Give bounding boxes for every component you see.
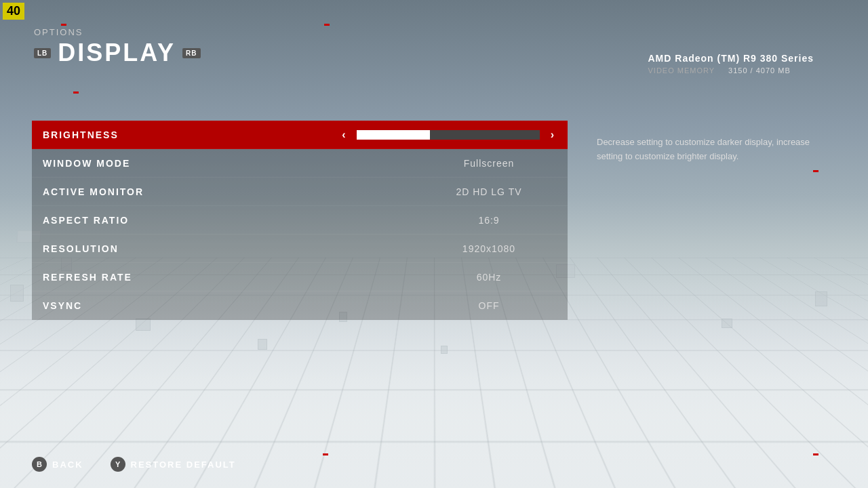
setting-label: RESOLUTION xyxy=(43,243,421,254)
restore-icon: Y xyxy=(111,457,125,472)
gpu-memory-row: VIDEO MEMORY 3150 / 4070 MB xyxy=(648,66,814,75)
setting-label: VSYNC xyxy=(43,300,421,311)
brightness-slider-fill xyxy=(357,130,430,140)
gpu-memory-label: VIDEO MEMORY xyxy=(648,66,715,75)
setting-label: BRIGHTNESS xyxy=(43,129,339,140)
setting-label: ACTIVE MONITOR xyxy=(43,186,421,197)
options-label: OPTIONS xyxy=(34,27,201,37)
gpu-info: AMD Radeon (TM) R9 380 Series VIDEO MEMO… xyxy=(648,53,814,75)
setting-row-refresh-rate[interactable]: REFRESH RATE60Hz xyxy=(32,263,568,291)
setting-value: 1920x1080 xyxy=(421,243,557,254)
setting-value: OFF xyxy=(421,300,557,311)
setting-label: REFRESH RATE xyxy=(43,272,421,283)
setting-row-aspect-ratio[interactable]: ASPECT RATIO16:9 xyxy=(32,206,568,235)
setting-value: 60Hz xyxy=(421,272,557,283)
accent-line-3 xyxy=(73,92,79,94)
setting-label: WINDOW MODE xyxy=(43,158,421,169)
accent-line-6 xyxy=(813,453,818,455)
rb-button[interactable]: RB xyxy=(182,48,200,58)
setting-value: 16:9 xyxy=(421,215,557,226)
accent-line-5 xyxy=(323,453,328,455)
accent-line-1 xyxy=(61,24,66,26)
bottom-bar: B BACK Y RESTORE DEFAULT xyxy=(32,457,236,472)
header: OPTIONS LB DISPLAY RB xyxy=(34,27,201,67)
accent-line-2 xyxy=(324,24,330,26)
settings-panel: BRIGHTNESS‹›WINDOW MODEFullscreenACTIVE … xyxy=(32,121,568,320)
back-button[interactable]: B BACK xyxy=(32,457,83,472)
setting-label: ASPECT RATIO xyxy=(43,215,421,226)
lb-button[interactable]: LB xyxy=(34,48,51,58)
display-title: DISPLAY xyxy=(58,39,176,67)
setting-row-window-mode[interactable]: WINDOW MODEFullscreen xyxy=(32,149,568,178)
restore-button[interactable]: Y RESTORE DEFAULT xyxy=(111,457,236,472)
brightness-increase-button[interactable]: › xyxy=(548,129,557,141)
setting-value: Fullscreen xyxy=(421,158,557,169)
setting-row-vsync[interactable]: VSYNCOFF xyxy=(32,291,568,320)
brightness-slider-track[interactable] xyxy=(357,130,540,140)
setting-value: 2D HD LG TV xyxy=(421,186,557,197)
setting-row-active-monitor[interactable]: ACTIVE MONITOR2D HD LG TV xyxy=(32,178,568,206)
setting-row-resolution[interactable]: RESOLUTION1920x1080 xyxy=(32,235,568,263)
back-icon: B xyxy=(32,457,47,472)
gpu-name: AMD Radeon (TM) R9 380 Series xyxy=(648,53,814,64)
gpu-memory-value: 3150 / 4070 MB xyxy=(728,66,791,75)
accent-line-4 xyxy=(813,170,818,172)
back-label: BACK xyxy=(52,460,83,470)
timer-badge: 40 xyxy=(3,3,24,20)
description-panel: Decrease setting to customize darker dis… xyxy=(597,136,814,164)
brightness-decrease-button[interactable]: ‹ xyxy=(339,129,348,141)
brightness-control: ‹› xyxy=(339,129,557,141)
restore-label: RESTORE DEFAULT xyxy=(131,460,236,470)
setting-row-brightness[interactable]: BRIGHTNESS‹› xyxy=(32,121,568,149)
display-row: LB DISPLAY RB xyxy=(34,39,201,67)
description-text: Decrease setting to customize darker dis… xyxy=(597,136,814,164)
